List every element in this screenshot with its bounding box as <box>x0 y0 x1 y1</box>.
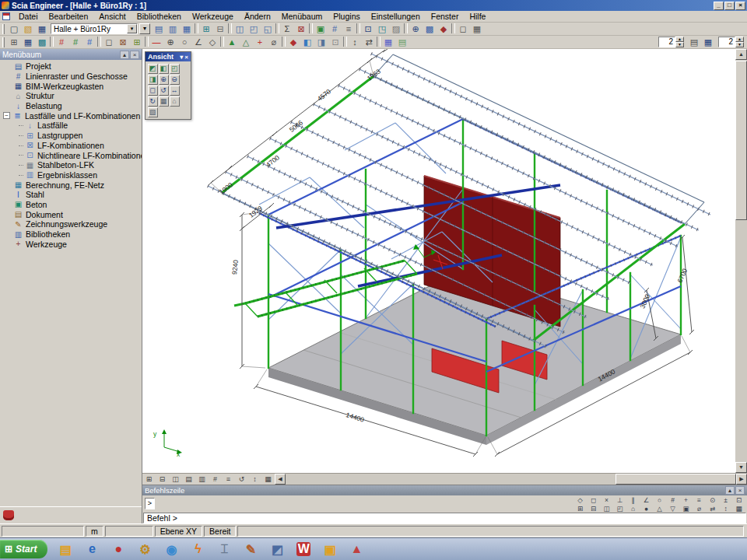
save-icon[interactable]: ▦ <box>35 23 49 35</box>
project-data-icon[interactable]: ▤ <box>152 23 166 35</box>
add-load-icon[interactable]: + <box>253 37 267 48</box>
model-viewport[interactable]: 1963457050664700190019299240670030001440… <box>142 49 735 473</box>
grid-green-icon[interactable]: # <box>68 37 82 48</box>
toolbar-icon[interactable] <box>275 23 279 33</box>
project-combo[interactable]: Halle + Büro1Ry ▾ <box>51 23 138 34</box>
tree-item-lastfaelle-lf-kombinationen[interactable]: − ≣ Lastfälle und LF-Kombinationen <box>0 110 142 121</box>
taskbar-cad-icon[interactable]: ◩ <box>265 539 289 559</box>
taskbar-browser-icon[interactable]: ◉ <box>160 539 183 559</box>
snap-grid-icon[interactable]: # <box>666 495 679 504</box>
scale-spinner-1[interactable]: 2 ▲ ▼ <box>658 37 684 47</box>
horizontal-scrollbar[interactable] <box>286 474 736 485</box>
view-quadrant-icon[interactable]: ◰ <box>247 23 261 35</box>
menu-item[interactable]: Datei <box>13 11 44 22</box>
mesh-icon[interactable]: ▩ <box>423 23 437 35</box>
model-data-icon[interactable]: ▦ <box>21 37 35 48</box>
taskbar-w-app-icon[interactable]: W <box>292 539 315 559</box>
raster-icon[interactable]: # <box>328 23 342 35</box>
scroll-left-icon[interactable]: ◀ <box>275 474 286 485</box>
view-flag-icon[interactable]: ⊞ <box>142 474 156 485</box>
spinner-value[interactable]: 2 <box>718 37 735 47</box>
layers-icon[interactable]: ⊟ <box>213 23 227 35</box>
add-node-icon[interactable]: ⊕ <box>409 23 423 35</box>
taskbar-internet-explorer-icon[interactable]: e <box>80 539 103 559</box>
vertical-scroll-thumb[interactable] <box>735 61 747 220</box>
taskbar-drawing-icon[interactable]: ✎ <box>239 539 262 559</box>
tree-item-dokument[interactable]: ▤ Dokument <box>0 209 142 219</box>
triangle-up-icon[interactable]: △ <box>653 504 666 513</box>
command-line-header[interactable]: Befehlszeile ▴ × <box>142 485 747 495</box>
status-unit[interactable]: m <box>86 526 103 537</box>
tree-item-lastgruppen[interactable]: ⊞ Lastgruppen <box>0 131 142 141</box>
tree-item-projekt[interactable]: ▤ Projekt <box>0 61 142 72</box>
grid-blue-icon[interactable]: # <box>82 37 96 48</box>
structural-model-canvas[interactable] <box>142 49 735 473</box>
scroll-down-icon[interactable]: ▼ <box>735 462 747 473</box>
view-top-icon[interactable]: ◰ <box>170 64 180 74</box>
tree-item-ergebnisklassen[interactable]: ▥ Ergebnisklassen <box>0 170 142 180</box>
tree-item-lastfaelle[interactable]: ↓ Lastfälle <box>0 121 142 131</box>
grid-toggle-icon[interactable]: # <box>209 474 222 485</box>
cut-section-icon[interactable]: ⊠ <box>116 37 130 48</box>
circle-tool-icon[interactable]: ○ <box>177 37 191 48</box>
toolbar-grip[interactable] <box>2 24 5 34</box>
scale-spinner-2[interactable]: 2 ▲ ▼ <box>718 37 744 47</box>
vertical-scrollbar[interactable]: ▲ ▼ <box>735 49 747 473</box>
snap-ortho-icon[interactable]: + <box>679 495 693 504</box>
snap-lock-icon[interactable]: ⊡ <box>732 495 745 504</box>
load-panel-icon[interactable]: ◧ <box>300 37 314 48</box>
frame-select-icon[interactable]: ◻ <box>456 23 470 35</box>
snap-midpoint-icon[interactable]: ◇ <box>573 495 587 504</box>
menu-item[interactable]: Plugins <box>328 11 365 22</box>
snap-point-icon[interactable]: ⊙ <box>706 495 719 504</box>
list-view-icon[interactable]: ≡ <box>342 23 356 35</box>
toolbar-icon[interactable] <box>451 23 455 33</box>
list-toggle-icon[interactable]: ≡ <box>222 474 235 485</box>
delete-table-icon[interactable]: ⊠ <box>294 23 308 35</box>
expander-icon[interactable]: − <box>3 112 10 119</box>
toolbar-icon[interactable] <box>195 23 198 33</box>
mesh-snap-icon[interactable]: ▦ <box>732 504 745 513</box>
toolbar-icon[interactable] <box>97 37 101 47</box>
zoom-window-icon[interactable]: ◻ <box>148 86 158 96</box>
toolbar-icon[interactable] <box>377 37 381 47</box>
wireframe-icon[interactable]: ⊟ <box>156 474 169 485</box>
toolbar-icon[interactable] <box>282 37 286 47</box>
stretch-icon[interactable]: ↕ <box>719 504 732 513</box>
tolerance-icon[interactable]: ± <box>719 495 732 504</box>
grid-red-icon[interactable]: # <box>54 37 68 48</box>
filled-box-icon[interactable]: ▣ <box>679 504 693 513</box>
chevron-down-icon[interactable]: ▾ <box>180 54 183 61</box>
zoom-in-icon[interactable]: ⊕ <box>159 75 169 85</box>
close-icon[interactable]: × <box>184 54 188 61</box>
render-mode-icon[interactable]: ▧ <box>148 107 158 117</box>
snap-intersection-icon[interactable]: × <box>600 495 613 504</box>
document-green-icon[interactable]: ▤ <box>395 37 409 48</box>
combo-extra-button[interactable]: ▾ <box>139 23 150 34</box>
toolbar-icon[interactable] <box>343 37 347 47</box>
view-axo-icon[interactable]: ◩ <box>148 64 158 74</box>
cursor-select-icon[interactable]: ⊞ <box>573 504 587 513</box>
combination-icon[interactable]: ⊡ <box>328 37 342 48</box>
home-view-icon[interactable]: ⌂ <box>626 504 640 513</box>
marker-icon[interactable]: ◆ <box>437 23 451 35</box>
toolbar-icon[interactable] <box>220 37 224 47</box>
menu-item[interactable]: Fenster <box>426 11 465 22</box>
activity-filter-icon[interactable]: ▦ <box>701 37 715 48</box>
close-icon[interactable]: × <box>735 486 745 495</box>
menu-item[interactable]: Bibliotheken <box>132 11 187 22</box>
window-select-icon[interactable]: ◫ <box>600 504 613 513</box>
menu-item[interactable]: Ansicht <box>93 11 131 22</box>
zoom-all-icon[interactable]: ↺ <box>159 86 169 96</box>
view-palette-header[interactable]: Ansicht ▾ × <box>146 52 191 61</box>
document-view-icon[interactable]: ▦ <box>180 23 194 35</box>
view-side-icon[interactable]: ◨ <box>148 75 158 85</box>
new-document-icon[interactable]: ▢ <box>7 23 21 35</box>
tree-item-nichtlineare-lf-kombinationen[interactable]: ⊡ Nichtlineare LF-Kombinationen <box>0 150 142 160</box>
pan-icon[interactable]: ↔ <box>170 86 180 96</box>
mdi-document-icon[interactable] <box>2 12 10 20</box>
pin-icon[interactable]: ▴ <box>725 486 735 495</box>
swap-icon[interactable]: ⇄ <box>362 37 376 48</box>
sum-results-icon[interactable]: Σ <box>280 23 294 35</box>
snap-center-icon[interactable]: ○ <box>653 495 666 504</box>
